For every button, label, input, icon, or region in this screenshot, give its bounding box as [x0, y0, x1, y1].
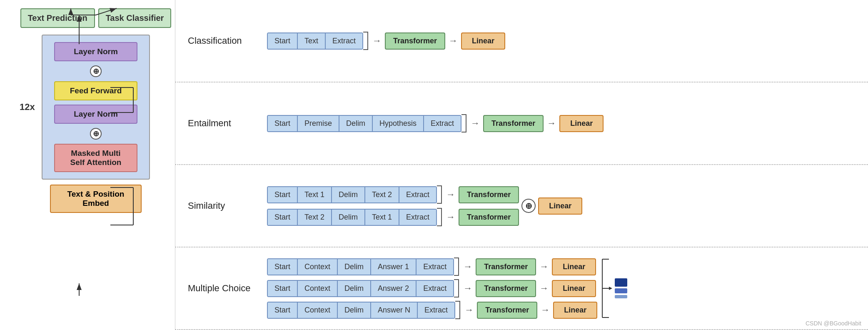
entailment-label: Entailment	[188, 118, 267, 129]
plus-circle-top: ⊕	[90, 65, 102, 77]
bracket-arrow: →	[454, 279, 476, 298]
arrow: →	[449, 35, 458, 46]
token-extract: Extract	[399, 210, 436, 225]
token-start: Start	[268, 187, 298, 202]
bracket-arrow: →	[454, 258, 476, 276]
plus-circle-bottom: ⊕	[90, 128, 102, 140]
task-classifier-box: Task Classifier	[98, 8, 172, 28]
similarity-linear: Linear	[538, 198, 582, 215]
token-delim: Delim	[332, 210, 365, 225]
mult-choice-section: Start Context Delim Answer 1 Extract → T…	[267, 258, 597, 319]
similarity-row-2: Start Text 2 Delim Text 1 Extract → Tran…	[267, 208, 519, 226]
token-text2: Text 2	[365, 187, 399, 202]
left-panel: Text Prediction Task Classifier 12x Laye…	[0, 0, 175, 330]
token-start: Start	[268, 302, 298, 318]
mc-transformer-1: Transformer	[476, 258, 536, 275]
token-delim: Delim	[338, 302, 371, 318]
token-start: Start	[268, 33, 298, 49]
top-outputs: Text Prediction Task Classifier	[20, 8, 172, 28]
arrow: →	[539, 261, 549, 272]
classification-linear: Linear	[461, 32, 505, 50]
bracket-arrow: →	[363, 32, 385, 50]
token-extract: Extract	[417, 281, 453, 296]
similarity-tokens-1: Start Text 1 Delim Text 2 Extract	[267, 186, 437, 203]
embed-box: Text & Position Embed	[50, 185, 142, 213]
arrow: →	[547, 118, 556, 129]
masked-attention-box: Masked Multi Self Attention	[54, 144, 137, 172]
token-text1: Text 1	[365, 210, 399, 225]
mc-bracket-svg	[601, 255, 613, 322]
classification-transformer: Transformer	[385, 32, 445, 50]
mc-tokens-1: Start Context Delim Answer 1 Extract	[267, 258, 454, 275]
token-extract: Extract	[399, 187, 436, 202]
token-hypothesis: Hypothesis	[373, 116, 424, 131]
mc-linear-1: Linear	[552, 258, 596, 275]
mc-row-2: Start Context Delim Answer 2 Extract → T…	[267, 279, 597, 298]
token-delim: Delim	[338, 281, 371, 296]
bracket-arrow: →	[461, 114, 483, 132]
token-answern: Answer N	[371, 302, 418, 318]
token-context: Context	[298, 281, 338, 296]
classification-label: Classification	[188, 35, 267, 46]
token-start: Start	[268, 259, 298, 275]
diagram-container: Text Prediction Task Classifier 12x Laye…	[0, 0, 868, 330]
token-premise: Premise	[298, 116, 339, 131]
watermark: CSDN @BGoodHabit	[806, 320, 861, 327]
task-row-similarity: Similarity Start Text 1 Delim Text 2 Ext…	[175, 165, 868, 248]
mc-tokens-2: Start Context Delim Answer 2 Extract	[267, 280, 454, 297]
multiple-choice-label: Multiple Choice	[188, 283, 267, 294]
token-delim: Delim	[338, 259, 371, 275]
mc-tokens-3: Start Context Delim Answer N Extract	[267, 302, 455, 319]
token-text2: Text 2	[298, 210, 332, 225]
feed-forward-box: Feed Forward	[54, 81, 137, 100]
token-context: Context	[298, 259, 338, 275]
token-delim: Delim	[339, 116, 373, 131]
entailment-transformer: Transformer	[483, 115, 544, 132]
token-extract: Extract	[417, 259, 453, 275]
entailment-tokens: Start Premise Delim Hypothesis Extract	[267, 115, 461, 132]
mc-linear-3: Linear	[553, 302, 597, 319]
token-extract: Extract	[424, 116, 461, 131]
transformer-block: 12x Layer Norm ⊕ Feed Forward Layer Norm…	[42, 35, 150, 180]
task-row-entailment: Entailment Start Premise Delim Hypothesi…	[175, 82, 868, 165]
right-panel: Classification Start Text Extract → Tran…	[175, 0, 868, 330]
token-text1: Text 1	[298, 187, 332, 202]
similarity-transformer-2: Transformer	[459, 209, 519, 226]
nx-label: 12x	[20, 102, 35, 112]
arrow: →	[539, 283, 549, 294]
token-context: Context	[298, 302, 338, 318]
bracket-arrow: →	[455, 301, 477, 319]
token-delim: Delim	[332, 187, 365, 202]
similarity-section: Start Text 1 Delim Text 2 Extract → Tran…	[267, 185, 519, 226]
task-row-classification: Classification Start Text Extract → Tran…	[175, 0, 868, 82]
similarity-plus: ⊕	[521, 199, 536, 213]
layer-norm-top: Layer Norm	[54, 42, 137, 61]
token-answer1: Answer 1	[371, 259, 417, 275]
bracket-arrow: →	[437, 208, 459, 226]
similarity-transformer-1: Transformer	[459, 186, 519, 203]
similarity-tokens-2: Start Text 2 Delim Text 1 Extract	[267, 209, 437, 226]
svg-marker-17	[609, 287, 612, 290]
entailment-sequence: Start Premise Delim Hypothesis Extract →…	[267, 114, 604, 132]
token-extract: Extract	[418, 302, 454, 318]
classification-sequence: Start Text Extract → Transformer → Linea…	[267, 32, 505, 50]
token-extract: Extract	[326, 33, 362, 49]
text-prediction-box: Text Prediction	[20, 8, 95, 28]
mc-right-bracket	[601, 255, 613, 322]
similarity-label: Similarity	[188, 200, 267, 211]
entailment-linear: Linear	[559, 115, 604, 132]
task-row-multiple-choice: Multiple Choice Start Context Delim Answ…	[175, 248, 868, 330]
token-answer2: Answer 2	[371, 281, 417, 296]
similarity-row-1: Start Text 1 Delim Text 2 Extract → Tran…	[267, 185, 519, 204]
arrow: →	[541, 305, 550, 315]
token-start: Start	[268, 210, 298, 225]
token-text: Text	[298, 33, 326, 49]
token-start: Start	[268, 281, 298, 296]
mc-transformer-3: Transformer	[477, 302, 537, 319]
token-start: Start	[268, 116, 298, 131]
mc-row-3: Start Context Delim Answer N Extract → T…	[267, 301, 597, 319]
mc-linear-2: Linear	[552, 280, 596, 297]
classification-tokens: Start Text Extract	[267, 32, 363, 50]
bracket-arrow: →	[437, 185, 459, 204]
mc-transformer-2: Transformer	[476, 280, 536, 297]
